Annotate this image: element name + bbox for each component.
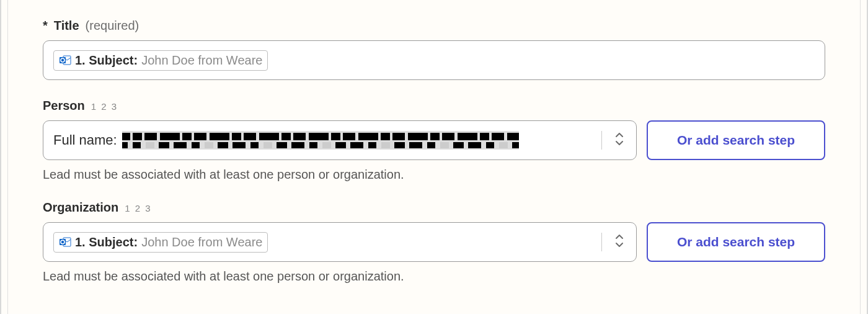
person-help-text: Lead must be associated with at least on… (43, 168, 825, 182)
title-pill-prefix: 1. Subject: (75, 53, 138, 68)
chevron-up-down-icon (614, 233, 625, 251)
title-pill-value: John Doe from Weare (141, 53, 262, 68)
title-label-row: * Title (required) (43, 19, 825, 33)
person-label: Person (43, 99, 85, 113)
person-add-search-step-label: Or add search step (677, 133, 795, 148)
title-input[interactable]: 1. Subject: John Doe from Weare (43, 40, 825, 80)
required-asterisk: * (43, 19, 48, 33)
person-add-search-step-button[interactable]: Or add search step (647, 120, 825, 160)
title-hint: (required) (86, 19, 140, 33)
outlook-icon (59, 54, 71, 66)
organization-value-pill[interactable]: 1. Subject: John Doe from Weare (53, 232, 268, 253)
person-nums: 1 2 3 (91, 101, 118, 112)
person-fullname-label: Full name: (53, 132, 117, 148)
person-redacted-value (122, 131, 519, 150)
organization-pill-prefix: 1. Subject: (75, 235, 138, 249)
organization-label: Organization (43, 200, 118, 215)
person-select[interactable]: Full name: (43, 120, 637, 160)
organization-nums: 1 2 3 (125, 203, 151, 213)
organization-add-search-step-button[interactable]: Or add search step (647, 222, 825, 262)
title-label: Title (54, 19, 79, 33)
organization-help-text: Lead must be associated with at least on… (43, 269, 825, 284)
organization-field: Organization 1 2 3 (43, 200, 825, 284)
organization-label-row: Organization 1 2 3 (43, 200, 825, 215)
title-value-pill[interactable]: 1. Subject: John Doe from Weare (53, 50, 268, 71)
person-label-row: Person 1 2 3 (43, 99, 825, 113)
organization-select-caret[interactable] (601, 233, 636, 251)
organization-add-search-step-label: Or add search step (677, 235, 795, 249)
person-field: Person 1 2 3 Full name: (43, 99, 825, 182)
organization-pill-value: John Doe from Weare (141, 235, 262, 249)
person-select-caret[interactable] (601, 131, 636, 150)
title-field: * Title (required) 1. Subject: Jo (43, 19, 825, 80)
organization-select[interactable]: 1. Subject: John Doe from Weare (43, 222, 637, 262)
outlook-icon (59, 236, 71, 248)
chevron-up-down-icon (614, 131, 625, 150)
